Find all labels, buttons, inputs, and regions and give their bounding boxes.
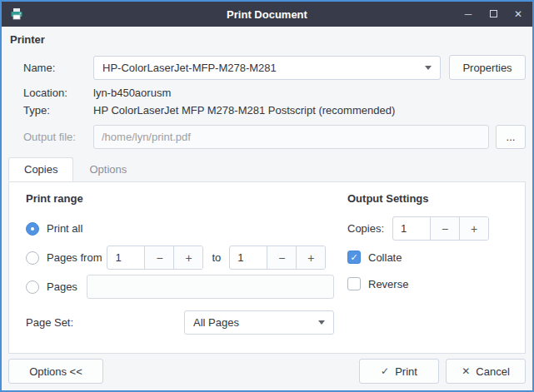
pages-input[interactable] [87, 275, 334, 299]
browse-button[interactable]: ... [496, 125, 526, 149]
pages-from-radio[interactable] [26, 251, 39, 265]
maximize-button[interactable] [487, 9, 499, 19]
chevron-down-icon [318, 320, 325, 325]
page-set-label: Page Set: [26, 316, 184, 329]
copies-value[interactable]: 1 [393, 217, 430, 240]
collate-row: ✓ Collate [347, 249, 517, 265]
copies-plus-button[interactable]: + [459, 217, 488, 240]
copies-row: Copies: 1 − + [347, 216, 517, 241]
chevron-down-icon [425, 66, 432, 70]
pages-to-spinbox: 1 − + [229, 246, 326, 270]
copies-tab-panel: Print range Print all Pages from 1 − + t… [8, 181, 526, 354]
type-value: HP ColorLaserJet MFP M278-M281 Postscrip… [93, 104, 395, 117]
print-range-section: Print range Print all Pages from 1 − + t… [17, 192, 334, 345]
pages-row: Pages [26, 275, 334, 299]
collate-label: Collate [368, 251, 402, 264]
tab-options[interactable]: Options [73, 157, 142, 181]
pages-to-label: to [212, 251, 221, 264]
output-settings-heading: Output Settings [347, 192, 517, 205]
window-controls: ─ ✕ [462, 9, 524, 19]
footer: Options << ✓ Print ✕ Cancel [8, 359, 526, 384]
type-label: Type: [23, 104, 93, 117]
reverse-label: Reverse [368, 278, 408, 290]
location-label: Location: [23, 87, 93, 99]
printer-type-row: Type: HP ColorLaserJet MFP M278-M281 Pos… [23, 102, 526, 118]
minimize-button[interactable]: ─ [462, 9, 474, 19]
name-label: Name: [23, 62, 93, 74]
print-dialog-window: Print Document ─ ✕ Printer Name: HP-Colo… [0, 0, 534, 392]
maximize-icon [490, 10, 497, 17]
cancel-button[interactable]: ✕ Cancel [446, 359, 526, 384]
page-set-value: All Pages [193, 316, 239, 329]
tab-bar: Copies Options [8, 157, 526, 181]
properties-button[interactable]: Properties [449, 55, 526, 80]
dialog-body: Printer Name: HP-ColorLaserJet-MFP-M278-… [2, 27, 532, 390]
reverse-checkbox[interactable]: ✓ [347, 277, 361, 290]
printer-icon [10, 7, 23, 21]
printer-name-combo[interactable]: HP-ColorLaserJet-MFP-M278-M281 [93, 56, 441, 80]
pages-from-spinbox: 1 − + [107, 246, 203, 270]
pages-to-minus-button[interactable]: − [267, 246, 296, 269]
pages-from-minus-button[interactable]: − [144, 246, 173, 269]
pages-to-value[interactable]: 1 [230, 246, 267, 269]
output-file-input[interactable] [93, 125, 489, 149]
pages-from-label: Pages from [47, 251, 102, 264]
print-all-row: Print all [26, 216, 334, 241]
pages-from-row: Pages from 1 − + to 1 − + [26, 246, 334, 270]
page-set-combo[interactable]: All Pages [184, 310, 334, 335]
pages-radio[interactable] [26, 280, 39, 294]
pages-to-plus-button[interactable]: + [296, 246, 325, 269]
print-all-label: Print all [47, 222, 82, 235]
output-file-label: Output file: [23, 131, 93, 143]
print-button-label: Print [395, 365, 417, 378]
page-set-row: Page Set: All Pages [26, 310, 334, 335]
collate-checkbox[interactable]: ✓ [347, 251, 361, 264]
copies-label: Copies: [347, 222, 384, 235]
printer-location-row: Location: lyn-b450aorusm [23, 85, 526, 101]
close-button[interactable]: ✕ [512, 9, 524, 19]
check-icon: ✓ [350, 253, 357, 262]
printer-section-heading: Printer [10, 33, 526, 48]
tab-copies[interactable]: Copies [8, 157, 73, 181]
print-all-radio[interactable] [26, 222, 39, 236]
print-button[interactable]: ✓ Print [359, 359, 439, 384]
output-settings-section: Output Settings Copies: 1 − + ✓ Collate … [334, 192, 517, 345]
check-icon: ✓ [381, 365, 389, 377]
copies-minus-button[interactable]: − [430, 217, 459, 240]
printer-name-row: Name: HP-ColorLaserJet-MFP-M278-M281 Pro… [23, 55, 526, 80]
print-range-heading: Print range [26, 192, 334, 205]
location-value: lyn-b450aorusm [93, 87, 171, 99]
pages-label: Pages [47, 280, 77, 293]
titlebar: Print Document ─ ✕ [2, 2, 532, 27]
options-toggle-button[interactable]: Options << [8, 359, 103, 384]
reverse-row: ✓ Reverse [347, 275, 517, 292]
window-title: Print Document [2, 8, 532, 21]
printer-name-value: HP-ColorLaserJet-MFP-M278-M281 [102, 62, 277, 74]
cancel-button-label: Cancel [476, 365, 509, 378]
output-file-row: Output file: ... [23, 125, 526, 149]
cross-icon: ✕ [462, 365, 470, 377]
pages-from-value[interactable]: 1 [107, 246, 144, 269]
pages-from-plus-button[interactable]: + [173, 246, 202, 269]
copies-spinbox: 1 − + [392, 216, 489, 241]
